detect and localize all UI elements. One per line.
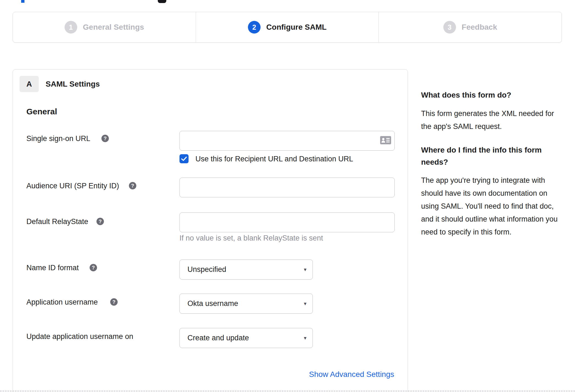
chevron-down-icon: ▾: [304, 335, 306, 341]
cutoff-dark-icon: [158, 0, 166, 3]
general-group-title: General: [26, 107, 57, 116]
address-card-icon: [380, 136, 391, 144]
step-feedback[interactable]: 3 Feedback: [378, 12, 562, 42]
step-3-label: Feedback: [462, 23, 497, 32]
update-username-value: Create and update: [187, 334, 249, 342]
audience-uri-input[interactable]: [179, 178, 395, 197]
name-id-format-select[interactable]: Unspecified ▾: [179, 260, 313, 280]
sso-url-label: Single sign-on URL: [26, 134, 90, 143]
step-1-label: General Settings: [83, 23, 144, 32]
app-username-select[interactable]: Okta username ▾: [179, 294, 313, 314]
update-username-label: Update application username on: [26, 332, 133, 341]
name-id-format-help-icon[interactable]: ?: [90, 264, 97, 271]
sso-url-input[interactable]: [179, 131, 395, 151]
relay-state-help-icon[interactable]: ?: [96, 218, 104, 225]
section-title: SAML Settings: [46, 80, 100, 89]
checkmark-icon: [181, 156, 187, 161]
saml-settings-panel: A SAML Settings General Single sign-on U…: [13, 69, 408, 392]
use-this-checkbox-label[interactable]: Use this for Recipient URL and Destinati…: [195, 155, 353, 163]
app-username-value: Okta username: [187, 299, 238, 308]
relay-state-input[interactable]: [179, 212, 395, 232]
relay-state-hint: If no value is set, a blank RelayState i…: [179, 234, 323, 242]
sidebar-heading-where: Where do I find the info this form needs…: [421, 144, 553, 168]
step-2-label: Configure SAML: [266, 23, 327, 32]
app-username-help-icon[interactable]: ?: [110, 298, 118, 306]
section-a-badge: A: [20, 76, 39, 92]
bottom-dashed-divider: [0, 391, 575, 391]
use-this-checkbox[interactable]: [179, 154, 189, 163]
audience-uri-label: Audience URI (SP Entity ID): [26, 182, 119, 190]
sidebar-heading-what: What does this form do?: [421, 91, 511, 100]
step-configure-saml[interactable]: 2 Configure SAML: [196, 12, 379, 42]
sidebar-paragraph-where: The app you're trying to integrate with …: [421, 174, 566, 239]
step-2-number-badge: 2: [248, 21, 261, 34]
step-1-number-badge: 1: [65, 21, 77, 34]
chevron-down-icon: ▾: [304, 301, 306, 306]
chevron-down-icon: ▾: [304, 267, 306, 272]
show-advanced-settings-link[interactable]: Show Advanced Settings: [309, 370, 394, 379]
cutoff-blue-element: [21, 0, 24, 3]
step-3-number-badge: 3: [443, 21, 456, 34]
wizard-stepper: 1 General Settings 2 Configure SAML 3 Fe…: [13, 12, 562, 43]
app-username-label: Application username: [26, 298, 98, 307]
step-general-settings[interactable]: 1 General Settings: [13, 12, 196, 42]
update-username-select[interactable]: Create and update ▾: [179, 328, 313, 348]
sso-url-help-icon[interactable]: ?: [101, 135, 109, 142]
name-id-format-label: Name ID format: [26, 264, 79, 272]
name-id-format-value: Unspecified: [187, 265, 226, 274]
relay-state-label: Default RelayState: [26, 217, 88, 226]
audience-uri-help-icon[interactable]: ?: [129, 182, 136, 189]
sidebar-paragraph-what: This form generates the XML needed for t…: [421, 107, 559, 133]
